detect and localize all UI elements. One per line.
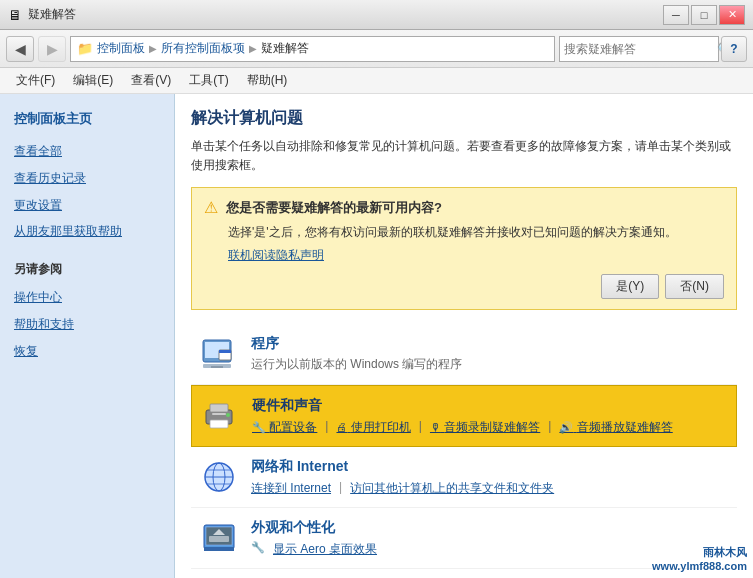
network-link-sep: | xyxy=(339,480,342,497)
hardware-link-sep-1: | xyxy=(325,419,328,436)
sidebar-link-friend-help[interactable]: 从朋友那里获取帮助 xyxy=(0,218,174,245)
sidebar-another-section: 另请参阅 操作中心 帮助和支持 恢复 xyxy=(0,261,174,364)
hardware-link-sep-3: | xyxy=(548,419,551,436)
svg-rect-7 xyxy=(210,404,228,412)
breadcrumb-sep-2: ▶ xyxy=(249,43,257,54)
category-appearance-icon xyxy=(199,518,239,558)
category-system[interactable]: 系统和安全性 使用 Windows Update 解决问题 | 运行维护任务 xyxy=(191,569,737,578)
forward-icon: ▶ xyxy=(47,41,58,57)
category-network[interactable]: 网络和 Internet 连接到 Internet | 访问其他计算机上的共享文… xyxy=(191,447,737,508)
hardware-link-2[interactable]: 🖨 使用打印机 xyxy=(336,419,410,436)
content-area: 解决计算机问题 单击某个任务以自动排除和修复常见的计算机问题。若要查看更多的故障… xyxy=(175,94,753,578)
title-bar-left: 🖥 疑难解答 xyxy=(8,6,76,23)
svg-rect-8 xyxy=(210,420,228,428)
title-bar-title: 疑难解答 xyxy=(28,6,76,23)
appearance-link-icon: 🔧 xyxy=(251,541,265,558)
sidebar-link-recovery[interactable]: 恢复 xyxy=(14,338,160,365)
category-programs-desc: 运行为以前版本的 Windows 编写的程序 xyxy=(251,356,729,373)
sidebar-link-all[interactable]: 查看全部 xyxy=(0,138,174,165)
close-button[interactable]: ✕ xyxy=(719,5,745,25)
hardware-link-2-label[interactable]: 使用打印机 xyxy=(351,420,411,434)
content-title: 解决计算机问题 xyxy=(191,108,737,129)
category-hardware-icon xyxy=(200,396,240,436)
sidebar-link-history[interactable]: 查看历史记录 xyxy=(0,165,174,192)
hardware-link-icon-2: 🖨 xyxy=(336,421,347,433)
breadcrumb-sep-1: ▶ xyxy=(149,43,157,54)
forward-button[interactable]: ▶ xyxy=(38,36,66,62)
svg-rect-9 xyxy=(212,413,226,415)
appearance-link-1[interactable]: 显示 Aero 桌面效果 xyxy=(273,541,377,558)
svg-rect-5 xyxy=(219,350,231,353)
alert-body: 选择'是'之后，您将有权访问最新的联机疑难解答并接收对已知问题的解决方案通知。 xyxy=(228,223,724,241)
category-programs[interactable]: 程序 运行为以前版本的 Windows 编写的程序 xyxy=(191,324,737,385)
hardware-link-1-label[interactable]: 配置设备 xyxy=(269,420,317,434)
hardware-link-4[interactable]: 🔊 音频播放疑难解答 xyxy=(559,419,672,436)
svg-rect-19 xyxy=(204,547,234,551)
category-programs-name: 程序 xyxy=(251,335,729,353)
menu-view[interactable]: 查看(V) xyxy=(123,70,179,91)
category-hardware-links: 🔧 配置设备 | 🖨 使用打印机 | 🎙 音频录制疑难解答 | xyxy=(252,419,728,436)
alert-box: ⚠ 您是否需要疑难解答的最新可用内容? 选择'是'之后，您将有权访问最新的联机疑… xyxy=(191,187,737,310)
network-link-2[interactable]: 访问其他计算机上的共享文件和文件夹 xyxy=(350,480,554,497)
category-network-name: 网络和 Internet xyxy=(251,458,729,476)
category-appearance-name: 外观和个性化 xyxy=(251,519,729,537)
alert-title: 您是否需要疑难解答的最新可用内容? xyxy=(226,199,442,217)
category-hardware-info: 硬件和声音 🔧 配置设备 | 🖨 使用打印机 | 🎙 音频录制疑难解答 xyxy=(252,397,728,436)
alert-yes-button[interactable]: 是(Y) xyxy=(601,274,659,299)
maximize-button[interactable]: □ xyxy=(691,5,717,25)
alert-header: ⚠ 您是否需要疑难解答的最新可用内容? xyxy=(204,198,724,217)
category-network-icon xyxy=(199,457,239,497)
category-network-links: 连接到 Internet | 访问其他计算机上的共享文件和文件夹 xyxy=(251,480,729,497)
menu-tools[interactable]: 工具(T) xyxy=(181,70,236,91)
title-bar-controls: ─ □ ✕ xyxy=(663,5,745,25)
svg-point-10 xyxy=(226,413,230,417)
search-bar[interactable]: 🔍 xyxy=(559,36,719,62)
category-appearance[interactable]: 外观和个性化 🔧 显示 Aero 桌面效果 xyxy=(191,508,737,569)
main-layout: 控制面板主页 查看全部 查看历史记录 更改设置 从朋友那里获取帮助 另请参阅 操… xyxy=(0,94,753,578)
nav-bar: ◀ ▶ 📁 控制面板 ▶ 所有控制面板项 ▶ 疑难解答 🔍 ? xyxy=(0,30,753,68)
category-network-info: 网络和 Internet 连接到 Internet | 访问其他计算机上的共享文… xyxy=(251,458,729,497)
breadcrumb-item-controlpanel[interactable]: 控制面板 xyxy=(97,40,145,57)
hardware-link-icon-4: 🔊 xyxy=(559,421,573,433)
menu-bar: 文件(F) 编辑(E) 查看(V) 工具(T) 帮助(H) xyxy=(0,68,753,94)
sidebar-link-settings[interactable]: 更改设置 xyxy=(0,192,174,219)
breadcrumb-item-all[interactable]: 所有控制面板项 xyxy=(161,40,245,57)
category-programs-info: 程序 运行为以前版本的 Windows 编写的程序 xyxy=(251,335,729,373)
category-hardware-sound[interactable]: 硬件和声音 🔧 配置设备 | 🖨 使用打印机 | 🎙 音频录制疑难解答 xyxy=(191,385,737,447)
hardware-link-1[interactable]: 🔧 配置设备 xyxy=(252,419,317,436)
menu-file[interactable]: 文件(F) xyxy=(8,70,63,91)
category-hardware-name: 硬件和声音 xyxy=(252,397,728,415)
sidebar-another-title: 另请参阅 xyxy=(14,261,160,278)
network-link-1[interactable]: 连接到 Internet xyxy=(251,480,331,497)
category-programs-icon xyxy=(199,334,239,374)
title-bar: 🖥 疑难解答 ─ □ ✕ xyxy=(0,0,753,30)
sidebar-link-action-center[interactable]: 操作中心 xyxy=(14,284,160,311)
menu-help[interactable]: 帮助(H) xyxy=(239,70,296,91)
sidebar-header[interactable]: 控制面板主页 xyxy=(0,104,174,138)
hardware-link-3[interactable]: 🎙 音频录制疑难解答 xyxy=(430,419,540,436)
folder-icon: 📁 xyxy=(77,41,93,56)
alert-buttons: 是(Y) 否(N) xyxy=(204,274,724,299)
svg-rect-3 xyxy=(211,366,223,368)
minimize-button[interactable]: ─ xyxy=(663,5,689,25)
svg-rect-21 xyxy=(209,536,229,542)
category-appearance-info: 外观和个性化 🔧 显示 Aero 桌面效果 xyxy=(251,519,729,558)
alert-privacy-link[interactable]: 联机阅读隐私声明 xyxy=(228,247,724,264)
search-input[interactable] xyxy=(564,42,714,56)
breadcrumb-item-troubleshoot: 疑难解答 xyxy=(261,40,309,57)
sidebar: 控制面板主页 查看全部 查看历史记录 更改设置 从朋友那里获取帮助 另请参阅 操… xyxy=(0,94,175,578)
breadcrumb: 📁 控制面板 ▶ 所有控制面板项 ▶ 疑难解答 xyxy=(70,36,555,62)
hardware-link-3-label[interactable]: 音频录制疑难解答 xyxy=(444,420,540,434)
sidebar-link-help-support[interactable]: 帮助和支持 xyxy=(14,311,160,338)
hardware-link-4-label[interactable]: 音频播放疑难解答 xyxy=(577,420,673,434)
help-button[interactable]: ? xyxy=(721,36,747,62)
alert-no-button[interactable]: 否(N) xyxy=(665,274,724,299)
category-appearance-links: 🔧 显示 Aero 桌面效果 xyxy=(251,541,729,558)
alert-warning-icon: ⚠ xyxy=(204,198,218,217)
hardware-link-icon-1: 🔧 xyxy=(252,421,266,433)
back-button[interactable]: ◀ xyxy=(6,36,34,62)
content-desc: 单击某个任务以自动排除和修复常见的计算机问题。若要查看更多的故障修复方案，请单击… xyxy=(191,137,737,175)
window-icon: 🖥 xyxy=(8,7,22,23)
hardware-link-icon-3: 🎙 xyxy=(430,421,441,433)
menu-edit[interactable]: 编辑(E) xyxy=(65,70,121,91)
